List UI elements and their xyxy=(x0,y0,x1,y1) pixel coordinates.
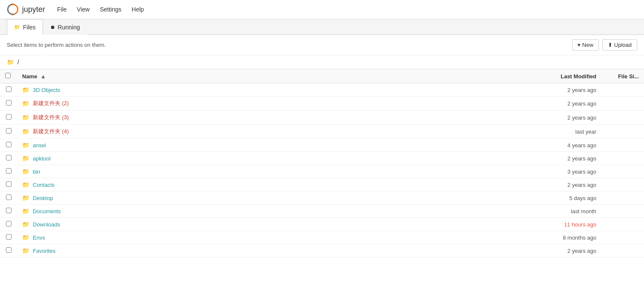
upload-button[interactable]: ⬆ Upload xyxy=(602,39,637,51)
row-checkbox[interactable] xyxy=(6,114,11,120)
modified-value: 2 years ago xyxy=(567,155,596,162)
row-checkbox[interactable] xyxy=(6,234,11,240)
row-size-cell xyxy=(601,165,644,178)
row-checkbox-cell xyxy=(0,231,17,244)
row-size-cell xyxy=(601,83,644,97)
folder-icon: 📁 xyxy=(22,221,29,228)
file-link[interactable]: Downloads xyxy=(33,221,60,228)
file-browser: Name ▲ Last Modified File Si... 📁3D Obje… xyxy=(0,69,644,257)
row-modified-cell: last month xyxy=(516,205,601,218)
logo: jupyter xyxy=(7,3,45,15)
upload-button-label: Upload xyxy=(614,42,632,48)
row-checkbox[interactable] xyxy=(6,86,11,92)
row-checkbox[interactable] xyxy=(6,168,11,174)
modified-value: 5 days ago xyxy=(569,195,596,201)
menu-help[interactable]: Help xyxy=(130,5,146,14)
folder-icon: 📁 xyxy=(22,208,29,214)
row-checkbox[interactable] xyxy=(6,208,11,213)
tab-running[interactable]: ⏺ Running xyxy=(43,19,87,35)
new-button[interactable]: ▾ New xyxy=(572,39,599,51)
file-link[interactable]: Desktop xyxy=(33,195,53,201)
breadcrumb: 📁 / xyxy=(0,55,644,69)
select-all-checkbox[interactable] xyxy=(5,73,11,78)
jupyter-logo-icon xyxy=(7,3,19,15)
file-link[interactable]: Contacts xyxy=(33,182,54,188)
row-modified-cell: 2 years ago xyxy=(516,178,601,192)
file-link[interactable]: apktool xyxy=(33,155,51,162)
new-button-label: New xyxy=(582,42,593,48)
modified-value: last year xyxy=(575,129,596,135)
row-size-cell xyxy=(601,152,644,165)
modified-value: 11 hours ago xyxy=(564,221,596,228)
row-size-cell xyxy=(601,244,644,257)
row-size-cell xyxy=(601,97,644,111)
header-name[interactable]: Name ▲ xyxy=(17,69,516,83)
dropdown-arrow-icon: ▾ xyxy=(578,42,581,48)
folder-icon: 📁 xyxy=(22,128,29,135)
row-name-cell: 📁apktool xyxy=(17,152,516,165)
row-name-cell: 📁Desktop xyxy=(17,192,516,205)
row-name-cell: 📁3D Objects xyxy=(17,83,516,97)
row-checkbox-cell xyxy=(0,139,17,152)
row-name-cell: 📁新建文件夹 (3) xyxy=(17,111,516,125)
menu-settings[interactable]: Settings xyxy=(98,5,123,14)
table-row: 📁新建文件夹 (3)2 years ago xyxy=(0,111,644,125)
file-link[interactable]: 新建文件夹 (3) xyxy=(33,114,69,121)
row-checkbox[interactable] xyxy=(6,247,11,253)
modified-value: 3 years ago xyxy=(567,169,596,175)
row-checkbox[interactable] xyxy=(6,100,11,106)
folder-icon: 📁 xyxy=(22,234,29,241)
row-size-cell xyxy=(601,205,644,218)
table-row: 📁Documentslast month xyxy=(0,205,644,218)
header-size[interactable]: File Si... xyxy=(601,69,644,83)
row-checkbox-cell xyxy=(0,218,17,231)
file-link[interactable]: Documents xyxy=(33,208,61,214)
row-name-cell: 📁新建文件夹 (2) xyxy=(17,97,516,111)
row-checkbox[interactable] xyxy=(6,221,11,226)
row-checkbox[interactable] xyxy=(6,181,11,187)
row-checkbox[interactable] xyxy=(6,155,11,160)
tab-files[interactable]: 📁 Files xyxy=(7,19,43,35)
row-size-cell xyxy=(601,231,644,244)
app-title: jupyter xyxy=(22,5,45,14)
folder-icon: 📁 xyxy=(22,247,29,254)
row-modified-cell: 4 years ago xyxy=(516,139,601,152)
row-checkbox[interactable] xyxy=(6,128,11,134)
row-checkbox[interactable] xyxy=(6,142,11,147)
row-checkbox-cell xyxy=(0,178,17,192)
row-checkbox-cell xyxy=(0,111,17,125)
running-tab-icon: ⏺ xyxy=(50,24,55,30)
file-link[interactable]: ansel xyxy=(33,142,46,149)
row-modified-cell: 5 days ago xyxy=(516,192,601,205)
table-row: 📁Downloads11 hours ago xyxy=(0,218,644,231)
topbar: jupyter File View Settings Help xyxy=(0,0,644,19)
row-checkbox[interactable] xyxy=(6,194,11,200)
row-modified-cell: 2 years ago xyxy=(516,152,601,165)
sort-arrow-icon: ▲ xyxy=(40,73,46,80)
file-link[interactable]: Envs xyxy=(33,235,45,241)
file-link[interactable]: Favorites xyxy=(33,248,55,254)
table-row: 📁Desktop5 days ago xyxy=(0,192,644,205)
file-table: Name ▲ Last Modified File Si... 📁3D Obje… xyxy=(0,69,644,257)
row-name-cell: 📁Envs xyxy=(17,231,516,244)
file-link[interactable]: 新建文件夹 (2) xyxy=(33,100,69,107)
file-link[interactable]: 3D Objects xyxy=(33,87,60,93)
row-size-cell xyxy=(601,125,644,139)
row-name-cell: 📁Contacts xyxy=(17,178,516,192)
table-row: 📁新建文件夹 (4)last year xyxy=(0,125,644,139)
menu-file[interactable]: File xyxy=(55,5,69,14)
row-modified-cell: 2 years ago xyxy=(516,244,601,257)
row-size-cell xyxy=(601,192,644,205)
menu-view[interactable]: View xyxy=(75,5,92,14)
row-size-cell xyxy=(601,178,644,192)
file-link[interactable]: bin xyxy=(33,169,40,175)
row-checkbox-cell xyxy=(0,125,17,139)
file-link[interactable]: 新建文件夹 (4) xyxy=(33,128,69,135)
folder-icon: 📁 xyxy=(22,168,29,175)
row-checkbox-cell xyxy=(0,205,17,218)
row-modified-cell: last year xyxy=(516,125,601,139)
header-modified[interactable]: Last Modified xyxy=(516,69,601,83)
row-size-cell xyxy=(601,139,644,152)
modified-value: 2 years ago xyxy=(567,87,596,93)
header-check[interactable] xyxy=(0,69,17,83)
